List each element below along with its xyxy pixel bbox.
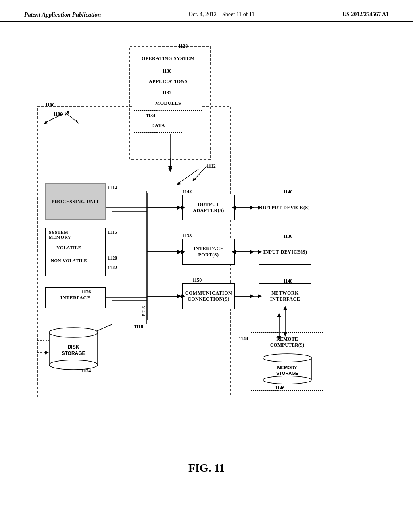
system-memory-label: SYSTEMMEMORY [47,230,104,239]
ref-1124: 1124 [81,368,91,374]
svg-point-34 [49,328,98,337]
svg-point-39 [263,354,311,362]
applications-box: APPLICATIONS [134,74,202,89]
svg-marker-27 [277,313,281,317]
volatile-box: VOLATILE [49,242,89,253]
operating-system-box: OPERATING SYSTEM [134,50,202,67]
svg-text:DISK: DISK [68,344,79,350]
ref-1120: 1120 [108,255,117,261]
ref-1134: 1134 [146,113,155,119]
ref-1118: 1118 [134,324,143,330]
svg-point-40 [263,376,311,384]
comm-connection-box: COMMUNICATION CONNECTION(S) [182,283,235,309]
ref-1138: 1138 [182,233,192,239]
interface-box: INTERFACE [45,287,106,308]
ref-1150: 1150 [192,277,202,283]
svg-marker-15 [177,294,181,298]
network-interface-box: NETWORK INTERFACE [259,283,311,309]
svg-marker-23 [250,294,254,298]
header: Patent Application Publication Oct. 4, 2… [0,0,413,22]
svg-marker-29 [177,181,181,185]
svg-text:STORAGE: STORAGE [276,371,298,376]
processing-unit-box: PROCESSING UNIT [45,183,106,220]
remote-computer-container: REMOTECOMPUTER(S) MEMORY STORAGE [251,332,323,391]
ref-1144: 1144 [239,336,248,342]
svg-marker-5 [75,120,79,124]
ref-1100: 1100 [45,102,54,108]
ref-1136: 1136 [283,233,292,239]
svg-marker-20 [250,250,254,254]
ref-1112: 1112 [206,163,216,169]
svg-marker-17 [250,206,254,210]
diagram-area: 1100 OPERATING SYSTEM 1128 APPLICATIONS … [25,34,388,457]
header-center: Oct. 4, 2012 Sheet 11 of 11 [189,11,254,18]
bus-label: BUS [141,195,146,316]
disk-storage-cylinder: DISK STORAGE [45,324,102,373]
ref-1128: 1128 [178,43,188,49]
remote-computer-label: REMOTECOMPUTER(S) [254,336,320,348]
svg-marker-3 [168,166,172,170]
ref-1148: 1148 [283,278,292,284]
sheet-label: Sheet 11 of 11 [222,11,254,17]
ref-1130: 1130 [162,68,171,74]
page: Patent Application Publication Oct. 4, 2… [0,0,413,532]
svg-line-45 [194,166,206,179]
ref-1140: 1140 [283,189,292,195]
svg-marker-46 [192,178,196,181]
input-devices-box: INPUT DEVICE(S) [259,239,311,265]
ref-1122: 1122 [108,265,117,271]
ref-1146: 1146 [275,385,284,391]
ref-1142: 1142 [182,189,192,195]
patent-number: US 2012/254567 A1 [342,11,389,18]
non-volatile-box: NON VOLATILE [49,255,89,266]
svg-line-28 [178,169,198,183]
svg-marker-44 [168,168,172,172]
label-1100-text: 1100 ↗ [53,109,70,118]
ref-1132: 1132 [162,90,171,96]
data-box: DATA [134,118,182,133]
publication-label: Patent Application Publication [24,11,101,18]
modules-box: MODULES [134,96,202,111]
svg-marker-70 [44,121,48,124]
date-label: Oct. 4, 2012 [189,11,217,17]
svg-marker-11 [177,206,181,210]
svg-text:STORAGE: STORAGE [61,351,85,356]
system-memory-box: SYSTEMMEMORY VOLATILE NON VOLATILE [45,228,106,276]
ref-1114: 1114 [108,185,117,191]
output-adapter-box: OUTPUT ADAPTER(S) [182,195,235,220]
figure-caption: FIG. 11 [0,461,413,474]
ref-1116: 1116 [108,229,117,235]
svg-text:MEMORY: MEMORY [277,365,297,370]
svg-marker-13 [177,250,181,254]
output-devices-box: OUTPUT DEVICE(S) [259,195,311,220]
ref-1126: 1126 [81,289,91,295]
interface-port-box: INTERFACE PORT(S) [182,239,235,265]
